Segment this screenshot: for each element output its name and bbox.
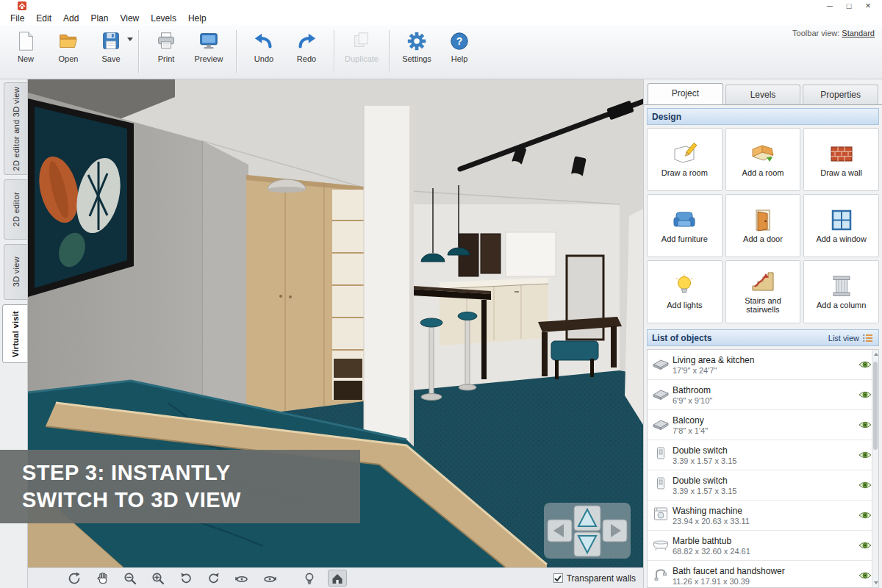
add-a-window-button[interactable]: Add a window: [803, 194, 879, 257]
open-button[interactable]: Open: [47, 27, 90, 65]
tab-2d-editor[interactable]: 2D editor: [4, 179, 27, 240]
menu-levels[interactable]: Levels: [145, 12, 182, 25]
object-name: Balcony: [673, 415, 856, 426]
stairs-and-stairwells-button[interactable]: Stairs and stairwells: [725, 260, 801, 323]
visibility-eye-icon[interactable]: [858, 511, 872, 520]
add-lights-button[interactable]: Add lights: [647, 260, 723, 323]
rotate-left-button[interactable]: [176, 570, 196, 587]
new-label: New: [18, 54, 34, 63]
zoom-in-button[interactable]: [148, 570, 168, 587]
undo-button[interactable]: Undo: [243, 27, 285, 65]
list-item[interactable]: Living area & kitchen17'9" x 24'7": [648, 350, 878, 380]
save-dropdown-icon[interactable]: [127, 37, 133, 41]
tab-3d-view[interactable]: 3D view: [4, 244, 27, 300]
menu-help[interactable]: Help: [182, 12, 212, 25]
button-label: Stairs and stairwells: [734, 296, 792, 314]
save-button[interactable]: Save: [90, 27, 132, 65]
scroll-down-icon[interactable]: [874, 581, 878, 584]
nav-up-arrow[interactable]: [574, 506, 600, 531]
svg-text:?: ?: [456, 35, 463, 47]
hand-pan-icon: [95, 571, 110, 586]
orbit-right-button[interactable]: [260, 570, 279, 587]
visibility-eye-icon[interactable]: [858, 420, 872, 429]
maximize-icon[interactable]: □: [839, 0, 858, 12]
nav-right-arrow[interactable]: [603, 520, 627, 542]
tab-levels[interactable]: Levels: [725, 85, 801, 104]
close-icon[interactable]: ×: [858, 0, 878, 12]
help-label: Help: [451, 54, 468, 63]
right-panel: Project Levels Properties Design Draw a …: [643, 79, 882, 588]
tab-properties[interactable]: Properties: [803, 85, 878, 104]
step-banner: STEP 3: INSTANTLY SWITCH TO 3D VIEW: [0, 450, 360, 523]
object-dimensions: 17'9" x 24'7": [673, 366, 856, 375]
nav-left-arrow[interactable]: [548, 520, 572, 542]
list-item[interactable]: Bathroom6'9" x 9'10": [648, 380, 878, 410]
home-view-button[interactable]: [328, 570, 347, 587]
object-name: Marble bathtub: [673, 536, 856, 546]
navigation-pad[interactable]: [544, 503, 631, 559]
add-a-room-button[interactable]: Add a room: [725, 128, 801, 191]
pan-button[interactable]: [93, 570, 112, 587]
menu-file[interactable]: File: [4, 12, 30, 25]
add-a-column-button[interactable]: Add a column: [803, 260, 879, 323]
menu-add[interactable]: Add: [57, 12, 85, 25]
menu-view[interactable]: View: [114, 12, 145, 25]
print-label: Print: [158, 54, 175, 63]
list-item[interactable]: Double switch3.39 x 1.57 x 3.15: [648, 440, 878, 470]
visibility-eye-icon[interactable]: [858, 360, 872, 369]
draw-a-wall-button[interactable]: Draw a wall: [803, 128, 879, 191]
visibility-eye-icon[interactable]: [858, 481, 872, 490]
duplicate-button[interactable]: Duplicate: [340, 27, 383, 65]
nav-down-arrow[interactable]: [574, 532, 600, 556]
list-view-selector[interactable]: List view: [828, 333, 874, 343]
list-item[interactable]: Bath faucet and handshower11.26 x 17.91 …: [648, 561, 878, 588]
transparent-walls-checkbox[interactable]: Transparent walls: [553, 573, 636, 584]
rotate-right-button[interactable]: [204, 570, 223, 587]
list-item[interactable]: Washing machine23.94 x 20.63 x 33.11: [648, 501, 878, 531]
visibility-eye-icon[interactable]: [858, 451, 872, 459]
visibility-eye-icon[interactable]: [858, 541, 872, 550]
tab-virtual-visit[interactable]: Virtual visit: [2, 304, 27, 363]
object-name: Double switch: [673, 476, 856, 486]
draw-a-room-button[interactable]: Draw a room: [647, 128, 723, 191]
save-label: Save: [101, 54, 120, 63]
object-dimensions: 3.39 x 1.57 x 3.15: [673, 487, 856, 495]
tab-2d-editor-and-3d-view[interactable]: 2D editor and 3D view: [4, 82, 27, 175]
add-furniture-button[interactable]: Add furniture: [647, 194, 723, 257]
visibility-eye-icon[interactable]: [858, 390, 872, 399]
checkbox-box[interactable]: [553, 573, 563, 583]
redo-arrow-icon: [295, 30, 318, 52]
minimize-icon[interactable]: ─: [820, 0, 839, 12]
scrollbar-thumb[interactable]: [873, 362, 878, 450]
scroll-up-icon[interactable]: [874, 353, 878, 356]
add-a-door-button[interactable]: Add a door: [725, 194, 801, 257]
menu-plan[interactable]: Plan: [85, 12, 114, 25]
room-icon: [652, 416, 673, 434]
visibility-eye-icon[interactable]: [858, 571, 872, 580]
list-item[interactable]: Marble bathtub68.82 x 32.60 x 24.61: [648, 531, 878, 561]
preview-button[interactable]: Preview: [187, 27, 230, 65]
redo-button[interactable]: Redo: [285, 27, 328, 65]
print-button[interactable]: Print: [145, 27, 187, 65]
zoom-out-button[interactable]: [121, 570, 140, 587]
open-label: Open: [59, 54, 79, 63]
help-button[interactable]: ? Help: [438, 27, 481, 65]
settings-button[interactable]: Settings: [395, 27, 438, 65]
orbit-right-icon: [262, 571, 277, 586]
menu-edit[interactable]: Edit: [30, 12, 57, 25]
button-label: Draw a room: [662, 168, 708, 177]
object-dimensions: 7'8" x 1'4": [673, 426, 856, 435]
checkmark-icon: [554, 575, 562, 582]
lights-toggle-button[interactable]: [300, 570, 319, 587]
toolbar-view-value-link[interactable]: Standard: [842, 29, 875, 37]
object-dimensions: 3.39 x 1.57 x 3.15: [673, 456, 856, 465]
orbit-left-button[interactable]: [232, 570, 251, 587]
help-icon: ?: [448, 30, 470, 52]
tab-project[interactable]: Project: [648, 83, 723, 104]
objects-scrollbar[interactable]: [872, 350, 878, 587]
reset-view-button[interactable]: [65, 570, 84, 587]
room-icon: [652, 386, 673, 404]
list-item[interactable]: Double switch3.39 x 1.57 x 3.15: [648, 470, 878, 501]
list-item[interactable]: Balcony7'8" x 1'4": [648, 410, 878, 440]
new-button[interactable]: New: [4, 27, 47, 65]
